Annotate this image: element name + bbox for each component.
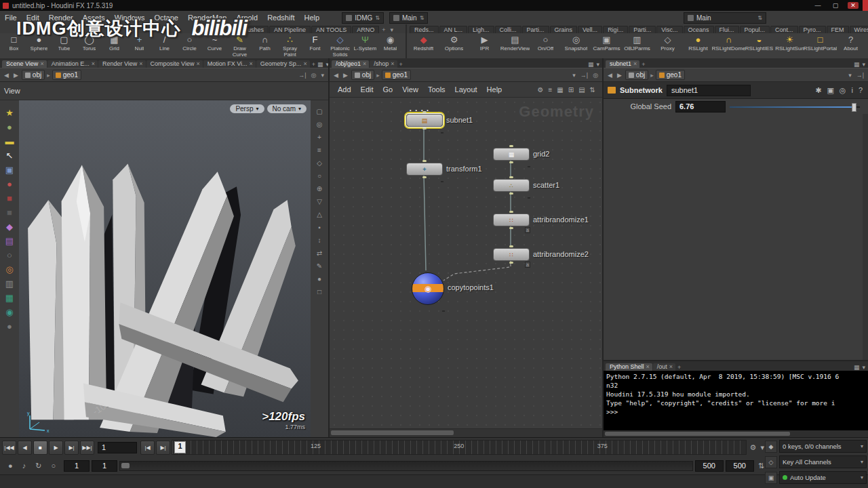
- network-scrollbar[interactable]: [330, 428, 602, 437]
- lock-icon[interactable]: ▣: [765, 472, 777, 484]
- network-menu-item[interactable]: Add: [334, 85, 355, 94]
- forward-icon[interactable]: ▶: [12, 72, 20, 79]
- shelf-tool[interactable]: ∴ Spray Paint: [277, 35, 302, 58]
- network-node[interactable]: + transform1: [406, 163, 443, 176]
- pane-tab[interactable]: subnet1 ×: [606, 60, 639, 68]
- shelf-tab[interactable]: Vell...: [578, 26, 602, 33]
- shelf-tab[interactable]: Oceans: [684, 26, 714, 33]
- viewport-display-icon[interactable]: ▢: [313, 107, 326, 117]
- viewport-tool-icon[interactable]: ↖: [3, 150, 16, 162]
- menu-item[interactable]: RenderMan: [183, 12, 231, 23]
- shelf-tool[interactable]: ▥ OBJParms: [622, 35, 652, 52]
- pane-split-icon[interactable]: ▦: [317, 61, 323, 68]
- range-start-field[interactable]: 1: [64, 460, 90, 472]
- shelf-tool[interactable]: □ Box: [1, 35, 26, 52]
- viewport-display-icon[interactable]: □: [313, 287, 326, 297]
- shelf-tool[interactable]: ∩ Path: [252, 35, 277, 52]
- pane-tab[interactable]: /obj/geo1 ×: [332, 60, 369, 68]
- close-tab-icon[interactable]: ×: [40, 60, 43, 67]
- param-header-icon[interactable]: ?: [859, 86, 863, 95]
- pane-tab[interactable]: /shop ×: [370, 60, 397, 68]
- shelf-tool[interactable]: ● RSLight: [683, 35, 713, 52]
- close-tab-icon[interactable]: ×: [646, 363, 650, 370]
- current-frame-marker[interactable]: 1: [174, 441, 186, 453]
- viewport-display-icon[interactable]: ◎: [313, 120, 326, 129]
- pane-tab[interactable]: Motion FX Vi... ×: [203, 60, 256, 68]
- shelf-tab[interactable]: Flui...: [715, 26, 739, 33]
- viewport-tool-icon[interactable]: ▦: [3, 292, 16, 304]
- param-header-icon[interactable]: i: [851, 86, 852, 95]
- pane-menu-icon[interactable]: ▾: [862, 61, 865, 68]
- pane-tab[interactable]: /out ×: [653, 363, 675, 371]
- network-node[interactable]: ∷ attribrandomize2 a: [493, 248, 530, 261]
- pane-tab[interactable]: Python Shell ×: [606, 363, 652, 371]
- scrollbar-handle[interactable]: [605, 432, 790, 436]
- range-slider-handle[interactable]: [121, 463, 130, 468]
- shelf-tab[interactable]: AN TOOLS: [311, 26, 351, 33]
- path-context-chip[interactable]: obj: [351, 70, 374, 80]
- pane-tab[interactable]: Render View ×: [98, 60, 146, 68]
- spinner-icon[interactable]: ⇅: [375, 15, 380, 21]
- shelf-tab[interactable]: Parti...: [629, 26, 656, 33]
- minimize-button[interactable]: —: [812, 2, 823, 9]
- shelf-tool[interactable]: ◇ Platonic Solids: [328, 35, 353, 58]
- viewport-tool-icon[interactable]: ●: [3, 178, 16, 190]
- pane-menu-icon[interactable]: ▾: [862, 364, 865, 371]
- path-context-chip[interactable]: obj: [625, 70, 648, 80]
- playbar-option-icon[interactable]: ⚙: [748, 443, 759, 452]
- forward-icon[interactable]: ▶: [616, 72, 623, 79]
- shelf-tab[interactable]: Parti...: [522, 26, 549, 33]
- shelf-tool[interactable]: ◆ Redshift: [408, 35, 439, 52]
- shelf-tab[interactable]: Pyro...: [799, 26, 826, 33]
- network-canvas[interactable]: Geometry •••• ▤ subnet1: [330, 98, 602, 428]
- network-toolbar-icon[interactable]: ≡: [548, 86, 552, 94]
- key-icon[interactable]: ◆: [765, 441, 777, 453]
- transport-button[interactable]: ▶: [49, 441, 63, 455]
- viewport-display-icon[interactable]: ✎: [313, 262, 326, 271]
- transport-button[interactable]: |◀◀: [2, 441, 16, 455]
- viewport-display-icon[interactable]: △: [313, 210, 326, 220]
- network-menu-item[interactable]: Tools: [424, 85, 450, 94]
- transport-button[interactable]: ▶|: [64, 441, 79, 455]
- pane-tab[interactable]: Geometry Sp... ×: [256, 60, 310, 68]
- shelf-tab[interactable]: AN Pipeline: [269, 26, 311, 33]
- shelf-tab[interactable]: Cont...: [770, 26, 798, 33]
- viewport-tool-icon[interactable]: ◉: [3, 306, 16, 319]
- shelf-tool[interactable]: ◇ Proxy: [652, 35, 683, 52]
- close-button[interactable]: ✕: [848, 2, 859, 9]
- pin-icon[interactable]: →|: [297, 72, 307, 79]
- pane-menu-icon[interactable]: ▾: [326, 61, 329, 68]
- shelf-tool[interactable]: □ RSLightPortal: [805, 35, 835, 52]
- desktop-selector[interactable]: IDMG ⇅: [342, 12, 384, 24]
- link-icon[interactable]: ◎: [310, 72, 318, 79]
- viewport-tool-icon[interactable]: ◎: [3, 264, 16, 276]
- shelf-tool[interactable]: ◎ Snapshot: [561, 35, 591, 52]
- viewport-display-icon[interactable]: ○: [313, 171, 326, 181]
- network-menu-item[interactable]: Help: [483, 85, 507, 94]
- transport-button[interactable]: ■: [33, 441, 47, 455]
- path-context-chip[interactable]: obj: [22, 70, 45, 80]
- network-toolbar-icon[interactable]: ▤: [578, 86, 585, 94]
- viewport-tool-icon[interactable]: ■: [3, 192, 16, 205]
- node-name-field[interactable]: subnet1: [667, 85, 751, 96]
- network-toolbar-icon[interactable]: ▦: [557, 86, 563, 94]
- shelf-tool[interactable]: Ψ L-System: [353, 35, 378, 52]
- shelf-tool[interactable]: ? About: [835, 35, 866, 52]
- param-value-field[interactable]: 6.76: [675, 101, 726, 113]
- menu-item[interactable]: Render: [44, 12, 78, 23]
- range-slider[interactable]: [119, 461, 693, 471]
- viewport-tool-icon[interactable]: ▬: [3, 136, 16, 148]
- back-icon[interactable]: ◀: [3, 72, 10, 79]
- playback-option-icon[interactable]: ↻: [33, 462, 43, 470]
- viewport-tool-icon[interactable]: ●: [3, 321, 16, 333]
- shelf-tool[interactable]: ● Sphere: [26, 35, 52, 52]
- new-tab-button[interactable]: +: [311, 61, 317, 68]
- transport-button[interactable]: ▶▶|: [80, 441, 94, 455]
- shelf-tool[interactable]: F Font: [302, 35, 328, 52]
- back-icon[interactable]: ◀: [606, 72, 614, 79]
- shelf-tab[interactable]: ARNO: [352, 26, 379, 33]
- pin-icon[interactable]: →|: [855, 72, 865, 79]
- param-header-icon[interactable]: ▣: [827, 86, 833, 95]
- range-end-field[interactable]: 500: [726, 460, 754, 472]
- camera-selector[interactable]: Persp ▾: [230, 104, 264, 113]
